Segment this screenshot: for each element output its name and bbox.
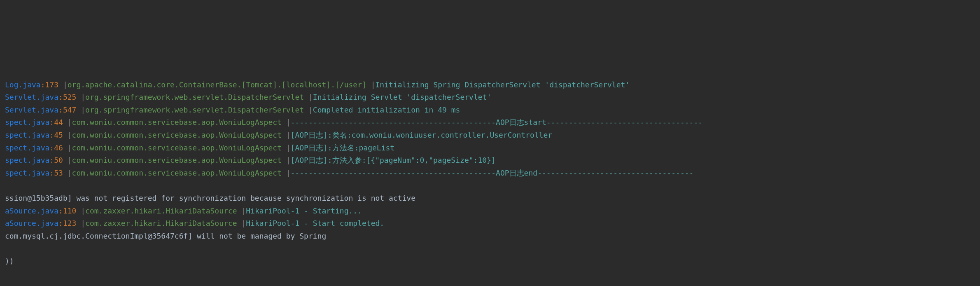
log-line: ssion@15b35adb] was not registered for s… (5, 192, 975, 205)
log-line: Log.java:173 |org.apache.catalina.core.C… (5, 79, 975, 91)
log-message: [AOP日志]:方法名:pageList (291, 143, 395, 152)
log-source-file[interactable]: spect.java (5, 118, 49, 127)
log-line-number[interactable]: :53 (49, 169, 63, 177)
log-message: HikariPool-1 - Starting... (246, 206, 362, 215)
log-line-number[interactable]: :173 (41, 80, 58, 89)
log-plain-text: ssion@15b35adb] was not registered for s… (5, 194, 415, 202)
log-logger-name: org.springframework.web.servlet.Dispatch… (85, 93, 304, 101)
log-message: ----------------------------------------… (291, 118, 703, 127)
separator: | (63, 131, 72, 139)
log-line: Servlet.java:525 |org.springframework.we… (5, 91, 975, 104)
log-line: )) (5, 255, 975, 268)
separator: | (76, 105, 85, 114)
separator: | (282, 118, 291, 127)
log-output-panel: Log.java:173 |org.apache.catalina.core.C… (5, 53, 975, 280)
log-line-number[interactable]: :547 (58, 105, 76, 114)
log-line-number[interactable]: :525 (58, 93, 76, 101)
log-line: spect.java:46 |com.woniu.common.serviceb… (5, 142, 975, 155)
log-message: Initializing Servlet 'dispatcherServlet' (313, 93, 491, 101)
separator: | (366, 80, 376, 89)
separator: | (282, 169, 291, 177)
log-message: Initializing Spring DispatcherServlet 'd… (376, 80, 630, 89)
log-source-file[interactable]: aSource.java (5, 206, 58, 215)
separator: | (304, 93, 313, 101)
log-source-file[interactable]: Servlet.java (5, 93, 58, 101)
log-message: [AOP日志]:类名:com.woniu.woniuuser.controlle… (291, 131, 553, 139)
separator: | (237, 206, 246, 215)
log-logger-name: com.zaxxer.hikari.HikariDataSource (85, 219, 237, 227)
separator: | (63, 156, 72, 164)
log-source-file[interactable]: Log.java (5, 80, 41, 89)
log-logger-name: com.woniu.common.servicebase.aop.WoniuLo… (72, 169, 282, 177)
log-source-file[interactable]: Servlet.java (5, 105, 58, 114)
log-line: com.mysql.cj.jdbc.ConnectionImpl@35647c6… (5, 230, 975, 243)
log-logger-name: org.springframework.web.servlet.Dispatch… (85, 105, 304, 114)
log-logger-name: com.woniu.common.servicebase.aop.WoniuLo… (72, 118, 282, 127)
separator: | (76, 206, 85, 215)
log-line: aSource.java:123 |com.zaxxer.hikari.Hika… (5, 217, 975, 230)
log-plain-text: com.mysql.cj.jdbc.ConnectionImpl@35647c6… (5, 232, 326, 240)
log-line (5, 242, 975, 255)
separator: | (76, 219, 85, 227)
log-message: [AOP日志]:方法入参:[{"pageNum":0,"pageSize":10… (291, 156, 496, 164)
log-line: Servlet.java:547 |org.springframework.we… (5, 104, 975, 117)
log-message: HikariPool-1 - Start completed. (246, 219, 384, 227)
log-line: spect.java:53 |com.woniu.common.serviceb… (5, 167, 975, 180)
log-line-number[interactable]: :123 (58, 219, 76, 227)
log-line (5, 179, 975, 192)
log-line-number[interactable]: :45 (49, 131, 63, 139)
separator: | (63, 169, 72, 177)
log-source-file[interactable]: aSource.java (5, 219, 58, 227)
separator: | (304, 105, 313, 114)
log-logger-name: org.apache.catalina.core.ContainerBase.[… (68, 80, 366, 89)
separator: | (58, 80, 68, 89)
log-plain-text: )) (5, 257, 14, 265)
log-logger-name: com.woniu.common.servicebase.aop.WoniuLo… (72, 156, 282, 164)
separator: | (76, 93, 85, 101)
log-source-file[interactable]: spect.java (5, 131, 49, 139)
log-line: aSource.java:110 |com.zaxxer.hikari.Hika… (5, 205, 975, 218)
log-plain-text (5, 244, 9, 253)
log-logger-name: com.zaxxer.hikari.HikariDataSource (85, 206, 237, 215)
separator: | (237, 219, 246, 227)
log-line: spect.java:50 |com.woniu.common.serviceb… (5, 154, 975, 167)
log-plain-text (5, 181, 9, 190)
log-line-number[interactable]: :44 (49, 118, 63, 127)
separator: | (282, 131, 291, 139)
log-source-file[interactable]: spect.java (5, 143, 49, 152)
log-logger-name: com.woniu.common.servicebase.aop.WoniuLo… (72, 131, 282, 139)
log-line-number[interactable]: :110 (58, 206, 76, 215)
separator: | (63, 118, 72, 127)
log-line-number[interactable]: :46 (49, 143, 63, 152)
log-line-number[interactable]: :50 (49, 156, 63, 164)
separator: | (63, 143, 72, 152)
log-container: Log.java:173 |org.apache.catalina.core.C… (5, 79, 975, 268)
log-line: spect.java:45 |com.woniu.common.serviceb… (5, 129, 975, 142)
log-source-file[interactable]: spect.java (5, 156, 49, 164)
log-logger-name: com.woniu.common.servicebase.aop.WoniuLo… (72, 143, 282, 152)
separator: | (282, 143, 291, 152)
separator: | (282, 156, 291, 164)
log-message: Completed initialization in 49 ms (313, 105, 460, 114)
log-line: spect.java:44 |com.woniu.common.serviceb… (5, 116, 975, 129)
log-source-file[interactable]: spect.java (5, 169, 49, 177)
log-message: ----------------------------------------… (291, 169, 694, 177)
